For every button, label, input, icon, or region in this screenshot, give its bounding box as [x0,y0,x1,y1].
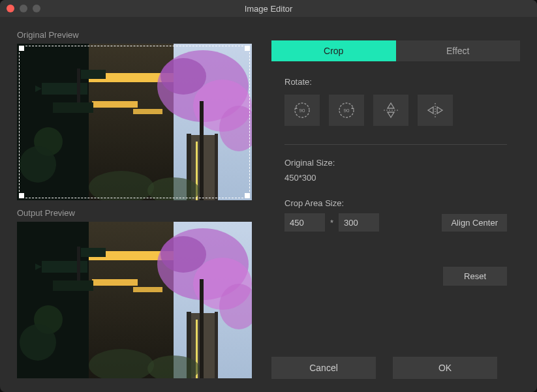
svg-rect-12 [215,134,218,200]
output-preview-label: Output Preview [17,208,252,218]
svg-rect-18 [53,102,93,113]
svg-rect-19 [81,70,106,79]
rotate-90-ccw-icon: 90 [292,100,312,120]
crop-width-input[interactable] [284,213,325,232]
svg-rect-13 [200,101,204,200]
svg-point-32 [161,236,206,273]
minimize-icon[interactable] [20,5,27,12]
tab-bar: Crop Effect [271,40,520,61]
original-image [17,44,252,200]
ok-button[interactable]: OK [393,357,497,379]
controls-panel: Crop Effect Rotate: 90 [271,30,520,379]
svg-rect-5 [133,109,162,114]
svg-rect-43 [81,248,106,257]
maximize-icon[interactable] [33,5,40,12]
align-center-button[interactable]: Align Center [442,214,507,232]
original-size-value: 450*300 [284,173,507,183]
footer-buttons: Cancel OK [271,357,520,379]
rotate-ccw-button[interactable]: 90 [284,95,320,126]
rotate-90-cw-icon: 90 [337,100,356,120]
close-icon[interactable] [7,5,14,12]
divider [284,144,507,145]
crop-height-input[interactable] [339,213,379,232]
reset-button[interactable]: Reset [443,267,507,286]
output-preview [17,222,252,378]
svg-marker-57 [437,107,442,113]
window-controls [0,5,40,12]
cancel-button[interactable]: Cancel [271,357,376,379]
reset-row: Reset [284,267,507,286]
svg-marker-56 [428,107,433,113]
tab-crop[interactable]: Crop [271,40,396,61]
svg-rect-28 [92,279,138,286]
original-size-label: Original Size: [284,158,507,168]
svg-rect-42 [53,280,93,291]
window-title: Image Editor [0,4,537,14]
crop-size-row: * Align Center [284,213,507,232]
titlebar: Image Editor [0,0,537,17]
size-separator: * [330,218,333,228]
content-area: Original Preview [0,17,537,392]
tab-effect[interactable]: Effect [396,40,521,61]
svg-rect-17 [77,68,80,108]
svg-rect-29 [133,287,162,292]
flip-horizontal-button[interactable] [418,95,453,126]
svg-point-45 [20,324,56,361]
original-preview-label: Original Preview [17,30,252,40]
svg-rect-41 [77,247,80,286]
svg-rect-37 [200,279,204,378]
flip-vertical-icon [381,100,401,120]
rotate-cw-button[interactable]: 90 [329,95,364,126]
svg-marker-53 [388,103,394,108]
rotate-buttons: 90 90 [284,95,507,126]
svg-text:90: 90 [344,108,350,113]
svg-point-21 [20,146,56,183]
flip-vertical-button[interactable] [373,95,408,126]
svg-text:90: 90 [299,108,305,113]
svg-rect-36 [215,312,218,378]
crop-settings: Rotate: 90 90 [271,77,520,327]
svg-marker-54 [388,112,394,117]
flip-horizontal-icon [425,100,445,120]
svg-rect-39 [42,261,87,273]
preview-panel: Original Preview [17,30,252,379]
rotate-label: Rotate: [284,77,507,87]
svg-point-8 [161,58,206,95]
svg-rect-4 [92,101,138,108]
output-image [17,222,252,378]
original-preview[interactable] [17,44,252,200]
svg-rect-15 [42,83,87,95]
crop-area-size-label: Crop Area Size: [284,198,507,208]
image-editor-window: Image Editor Original Preview [0,0,537,392]
